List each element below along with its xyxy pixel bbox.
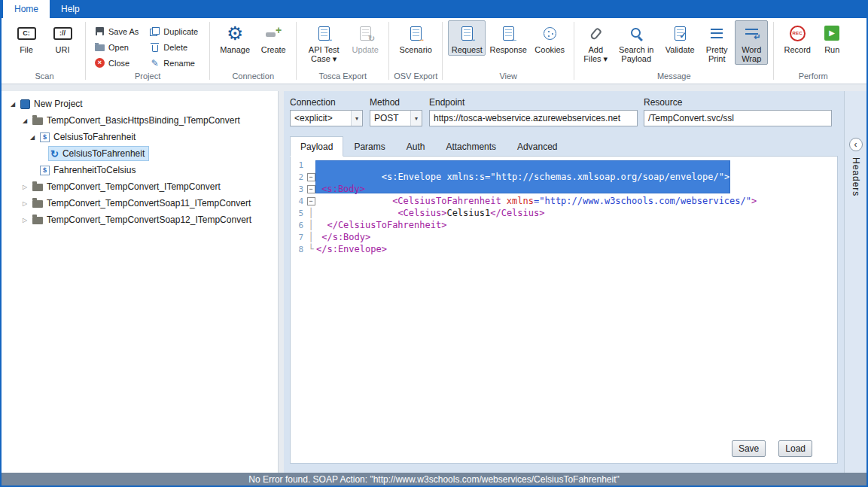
file-scan-icon: C: [17, 27, 36, 40]
word-wrap-button[interactable]: ↵ Word Wrap [735, 20, 768, 65]
group-label-tosca-export: Tosca Export [297, 72, 388, 84]
manage-connection-button[interactable]: ⚙ Manage [215, 20, 254, 56]
code-line[interactable]: 7 │ </s:Body> [291, 231, 837, 243]
tree-item-operation[interactable]: $ FahrenheitToCelsius [2, 162, 278, 178]
code-line-selected[interactable]: 2 − <s:Envelope xmlns:s="http://schemas.… [291, 171, 837, 183]
pretty-print-icon [711, 29, 723, 38]
update-button[interactable]: ↻ Update [347, 20, 383, 56]
connection-select[interactable]: <explicit> ▾ [290, 110, 363, 126]
tree-item-operation[interactable]: ◢ $ CelsiusToFahrenheit [2, 129, 278, 145]
duplicate-button[interactable]: Duplicate [146, 24, 201, 38]
code-line[interactable]: 6 │ </CelsiusToFahrenheit> [291, 219, 837, 231]
close-button[interactable]: × Close [91, 56, 142, 70]
tab-payload[interactable]: Payload [290, 136, 343, 157]
search-icon [629, 26, 644, 41]
ribbon-group-project: Save As Open × Close Duplicate [86, 18, 209, 84]
open-button[interactable]: Open [91, 40, 142, 54]
scenario-button[interactable]: → Scenario [394, 20, 437, 56]
line-number: 2 [291, 172, 306, 182]
tree-item-folder[interactable]: ◢ TempConvert_BasicHttpsBinding_ITempCon… [2, 112, 278, 129]
ribbon-tab-bar: Home Help [2, 0, 866, 18]
ribbon-group-connection: ⚙ Manage + Create Connection [210, 18, 296, 84]
tab-help[interactable]: Help [50, 0, 91, 18]
expander-collapsed-icon[interactable]: ▷ [20, 217, 30, 224]
folder-icon [32, 217, 43, 224]
ribbon: C: File :// URI Scan Save As [2, 18, 866, 84]
line-number: 1 [291, 160, 306, 170]
load-button[interactable]: Load [778, 440, 812, 457]
endpoint-label: Endpoint [429, 97, 638, 108]
connection-value: <explicit> [294, 113, 333, 123]
tree-item-folder[interactable]: ▷ TempConvert_TempConvertSoap12_ITempCon… [2, 212, 278, 228]
word-wrap-icon: ↵ [745, 29, 758, 38]
fold-toggle-icon[interactable]: − [307, 197, 315, 205]
delete-button[interactable]: Delete [146, 40, 201, 54]
response-view-button[interactable]: ← Response [487, 20, 529, 56]
tab-attachments[interactable]: Attachments [435, 136, 507, 156]
group-label-view: View [443, 72, 574, 84]
code-line[interactable]: 8 └ </s:Envelope> [291, 243, 837, 255]
payload-tab-strip: Payload Params Auth Attachments Advanced [284, 136, 844, 156]
create-connection-button[interactable]: + Create [256, 20, 291, 56]
expander-expanded-icon[interactable]: ◢ [27, 134, 38, 141]
endpoint-input[interactable] [429, 110, 638, 126]
tree-item-request[interactable]: ↻ CelsiusToFahrenheit [2, 145, 278, 162]
run-button[interactable]: ▶ Run [817, 20, 847, 56]
fold-toggle-icon[interactable]: − [307, 185, 315, 193]
expander-expanded-icon[interactable]: ◢ [20, 117, 30, 124]
uri-button[interactable]: :// URI [45, 20, 80, 56]
app-window: Home Help C: File :// URI Scan [0, 0, 868, 487]
line-number: 5 [291, 208, 306, 218]
status-text: No Error found. SOAP Action: "http://www… [248, 474, 620, 485]
method-select[interactable]: POST ▾ [370, 110, 422, 126]
pretty-print-button[interactable]: Pretty Print [700, 20, 733, 65]
ribbon-group-view: → Request ← Response Cookies View [443, 18, 574, 84]
main-area: ◢ New Project ◢ TempConvert_BasicHttpsBi… [2, 91, 866, 473]
tree-item-folder[interactable]: ▷ TempConvert_TempConvertSoap11_ITempCon… [2, 195, 278, 212]
ribbon-group-osv-export: → Scenario OSV Export [389, 18, 442, 84]
group-label-perform: Perform [774, 72, 852, 84]
connection-label: Connection [290, 97, 363, 108]
plus-icon: + [276, 25, 282, 35]
request-view-button[interactable]: → Request [448, 20, 486, 56]
cookies-view-button[interactable]: Cookies [531, 20, 568, 56]
duplicate-icon [150, 27, 160, 36]
expander-collapsed-icon[interactable]: ▷ [20, 200, 30, 207]
fold-guide: │ [306, 219, 316, 231]
tab-params[interactable]: Params [343, 136, 395, 156]
save-as-button[interactable]: Save As [91, 24, 142, 38]
pencil-icon: ✎ [151, 59, 159, 68]
group-label-osv-export: OSV Export [389, 72, 442, 84]
resource-input[interactable] [644, 110, 832, 126]
tab-advanced[interactable]: Advanced [507, 136, 568, 156]
tree-item-new-project[interactable]: ◢ New Project [2, 96, 278, 112]
record-button[interactable]: REC Record [779, 20, 815, 56]
validate-button[interactable]: ✓ Validate [661, 20, 699, 56]
tab-home[interactable]: Home [3, 0, 50, 18]
create-connection-icon: + [265, 26, 282, 40]
request-panel: Connection <explicit> ▾ Method POST ▾ En… [284, 91, 844, 473]
add-files-button[interactable]: Add Files ▾ [580, 20, 611, 65]
headers-tab[interactable]: Headers [851, 157, 861, 196]
panel-splitter[interactable] [279, 91, 284, 473]
group-label-project: Project [86, 72, 209, 84]
project-tree-panel: ◢ New Project ◢ TempConvert_BasicHttpsBi… [2, 91, 279, 473]
payload-editor[interactable]: 1 <?xml version="1.0" encoding="utf-8"?>… [290, 156, 838, 464]
trash-icon [152, 45, 158, 52]
search-in-payload-button[interactable]: Search in Payload [613, 20, 659, 65]
expander-expanded-icon[interactable]: ◢ [8, 101, 18, 108]
tab-auth[interactable]: Auth [396, 136, 436, 156]
tree-item-folder[interactable]: ▷ TempConvert_TempConvert_ITempConvert [2, 178, 278, 195]
api-test-case-button[interactable]: → API Test Case ▾ [302, 20, 346, 65]
file-button[interactable]: C: File [9, 20, 44, 56]
cookie-icon [544, 27, 556, 40]
fold-guide: │ [306, 207, 316, 219]
rename-button[interactable]: ✎ Rename [146, 56, 201, 70]
headers-expand-button[interactable]: ‹ [849, 138, 863, 151]
save-button[interactable]: Save [732, 440, 766, 457]
refresh-icon: ↻ [50, 149, 59, 159]
expander-collapsed-icon[interactable]: ▷ [20, 184, 30, 190]
line-number: 7 [291, 233, 306, 242]
ribbon-group-message: Add Files ▾ Search in Payload ✓ Validate… [574, 18, 773, 84]
fold-toggle-icon[interactable]: − [307, 173, 315, 181]
